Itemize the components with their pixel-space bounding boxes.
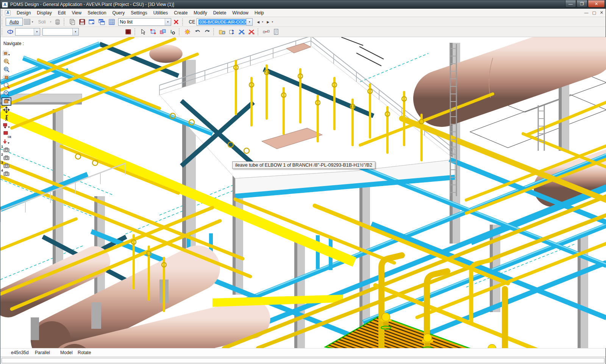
io-toggle-icon[interactable]: I xyxy=(168,28,177,36)
cut-red-icon[interactable] xyxy=(247,28,256,36)
view-direction-icon[interactable] xyxy=(6,28,15,36)
status-message-field xyxy=(2,358,604,363)
down-arrow-icon[interactable] xyxy=(2,138,11,145)
mdi-close-icon[interactable]: ✕ xyxy=(600,10,603,15)
clear-list-icon[interactable] xyxy=(172,18,181,26)
status-bar xyxy=(0,356,606,364)
pan-icon[interactable] xyxy=(2,106,11,114)
clash-icon[interactable] xyxy=(158,28,167,36)
status-mode: Model xyxy=(60,350,73,355)
ce-label: CE xyxy=(189,19,195,25)
toolbar-grip[interactable] xyxy=(2,19,3,25)
walk-icon[interactable] xyxy=(2,114,11,122)
report-icon[interactable] xyxy=(272,28,281,36)
list-value: No list xyxy=(120,19,133,25)
color-swatch-dropdown[interactable]: ▼ xyxy=(23,18,34,26)
mdi-minimize-icon[interactable]: — xyxy=(584,10,588,15)
toolbar-grip[interactable] xyxy=(179,28,181,35)
zoom-selection-icon[interactable] xyxy=(2,66,11,73)
camera-view-2[interactable]: 2 xyxy=(2,154,11,161)
new-view-icon[interactable] xyxy=(87,18,97,26)
members-grid-icon[interactable] xyxy=(124,28,133,36)
undo-icon[interactable] xyxy=(193,28,202,36)
menu-settings[interactable]: Settings xyxy=(128,9,150,17)
air-cooler-grating xyxy=(325,316,511,348)
camera-view-3[interactable]: 3 xyxy=(2,162,11,169)
title-bar[interactable]: A PDMS Design - General Application - AV… xyxy=(0,0,606,9)
ce-combobox[interactable]: 036-B/CRUDE-AIR-COOLER xyxy=(197,18,253,26)
pointer-icon[interactable] xyxy=(139,28,148,36)
menu-design[interactable]: Design xyxy=(14,9,34,17)
export-box-icon[interactable] xyxy=(227,28,236,36)
menu-utilities[interactable]: Utilities xyxy=(150,9,171,17)
3d-viewport[interactable]: Navigate : .dash{stroke:#00B7B7;stroke-w… xyxy=(0,37,606,348)
status-projection: Parallel xyxy=(35,350,50,355)
mdi-child-icon[interactable]: A xyxy=(5,10,11,16)
goto-ce-icon[interactable] xyxy=(2,122,11,130)
folder-include-icon[interactable] xyxy=(217,28,226,36)
limits-dropdown[interactable] xyxy=(42,28,79,36)
menu-help[interactable]: Help xyxy=(251,9,267,17)
redo-icon[interactable] xyxy=(203,28,212,36)
chevron-down-icon[interactable] xyxy=(72,28,78,35)
menu-bar: A Design Display Edit View Selection Que… xyxy=(0,9,606,17)
menu-delete[interactable]: Delete xyxy=(210,9,230,17)
chevron-down-icon[interactable] xyxy=(34,28,40,35)
close-button[interactable]: ✕ xyxy=(588,0,605,8)
back-icon[interactable]: ◄▼ xyxy=(255,18,264,26)
status-view-direction: e45n35d xyxy=(11,350,29,355)
secondary-toolbar: I xyxy=(0,27,606,37)
menu-query[interactable]: Query xyxy=(109,9,128,17)
toolbar-grip[interactable] xyxy=(64,19,66,25)
rotate-view-icon[interactable] xyxy=(2,97,11,106)
forward-icon[interactable]: ►▼ xyxy=(265,18,274,26)
pdms-window: A PDMS Design - General Application - AV… xyxy=(0,0,606,364)
plant-3d-model: .dash{stroke:#00B7B7;stroke-width:1.4;st… xyxy=(0,37,606,348)
orbit-box-icon[interactable] xyxy=(2,73,11,81)
menu-edit[interactable]: Edit xyxy=(55,9,69,17)
snap-icon[interactable] xyxy=(183,28,192,36)
view-direction-dropdown[interactable] xyxy=(15,28,40,36)
menu-view[interactable]: View xyxy=(69,9,84,17)
chevron-down-icon[interactable] xyxy=(246,19,252,25)
restore-button[interactable]: ❐ xyxy=(576,0,587,8)
view-box-icon[interactable] xyxy=(2,50,11,57)
zoom-element-icon[interactable] xyxy=(2,58,11,65)
menu-display[interactable]: Display xyxy=(34,9,55,17)
menu-window[interactable]: Window xyxy=(229,9,251,17)
list-dropdown[interactable]: No list xyxy=(118,18,171,26)
menu-selection[interactable]: Selection xyxy=(84,9,109,17)
menu-create[interactable]: Create xyxy=(171,9,191,17)
zoom-window-icon[interactable] xyxy=(2,81,11,89)
cascade-view-icon[interactable] xyxy=(97,18,106,26)
minimize-button[interactable]: — xyxy=(565,0,576,8)
navigation-toolbar: CE 1 2 3 4 xyxy=(2,50,13,177)
toolbar-grip[interactable] xyxy=(2,10,3,16)
toolbar-grip[interactable] xyxy=(182,19,184,25)
chevron-down-icon[interactable] xyxy=(165,19,171,25)
zoom-in-icon[interactable] xyxy=(2,89,11,97)
representation-dropdown[interactable]: Soli▼ xyxy=(35,18,52,26)
camera-view-4[interactable]: 4 xyxy=(2,170,11,177)
element-tooltip: ileave tube of ELBOW 1 of BRANCH /8"-PL-… xyxy=(232,161,375,169)
model-editor-icon[interactable] xyxy=(148,28,158,36)
mdi-restore-icon[interactable]: ▢ xyxy=(592,10,596,15)
ce-box-icon[interactable]: CE xyxy=(2,130,11,137)
toolbar-grip[interactable] xyxy=(258,28,259,35)
cut-blue-icon[interactable] xyxy=(237,28,246,36)
app-icon: A xyxy=(2,2,8,8)
toolbar-grip[interactable] xyxy=(134,28,136,35)
save-icon[interactable] xyxy=(78,18,87,26)
link-icon[interactable] xyxy=(262,28,271,36)
toolbar-grip[interactable] xyxy=(213,28,215,35)
copy-icon[interactable] xyxy=(68,18,77,26)
main-toolbar: Auto ▼ Soli▼ No list CE 0 xyxy=(0,17,606,27)
window-title: PDMS Design - General Application - AVEV… xyxy=(10,2,174,7)
auto-button[interactable]: Auto xyxy=(6,18,23,26)
list-grid-icon[interactable] xyxy=(107,18,116,26)
camera-view-1[interactable]: 1 xyxy=(2,146,11,153)
toolbar-grip[interactable] xyxy=(2,28,3,35)
cylinder-icon[interactable] xyxy=(53,18,62,26)
ce-value[interactable]: 036-B/CRUDE-AIR-COOLER xyxy=(198,19,252,25)
menu-modify[interactable]: Modify xyxy=(191,9,210,17)
